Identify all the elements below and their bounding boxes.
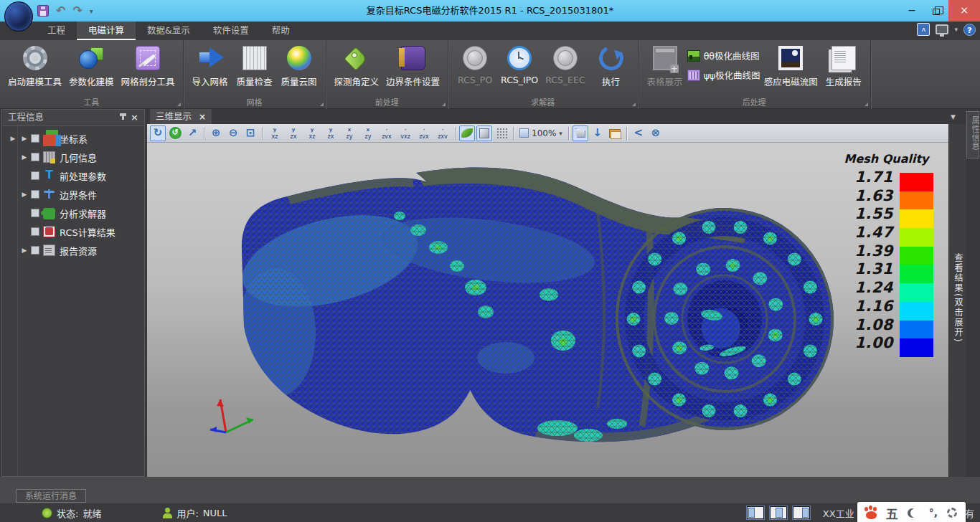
pan-view-button[interactable]: ↗ — [184, 125, 200, 141]
ribbon-button-质量云图[interactable]: 质量云图 — [277, 43, 321, 90]
layout-center-icon[interactable] — [770, 506, 787, 519]
tree-item-前处理参数[interactable]: T前处理参数 — [2, 166, 144, 185]
tree-item-label: 前处理参数 — [60, 169, 106, 183]
view-orientation-button-zvx[interactable]: ·zvx — [415, 125, 433, 141]
tree-item-checkbox[interactable] — [31, 246, 39, 255]
expander-icon[interactable]: ▶ — [19, 247, 29, 254]
tree-item-边界条件[interactable]: ▶边界条件 — [2, 185, 144, 204]
menu-tab-帮助[interactable]: 帮助 — [260, 22, 301, 40]
layout-left-icon[interactable] — [747, 506, 764, 519]
viewport-canvas[interactable]: Mesh Quality 1.711.631.551.471.391.311.2… — [147, 143, 948, 492]
tree-item-checkbox[interactable] — [31, 190, 39, 199]
expander-icon[interactable]: ▶ — [19, 135, 29, 142]
ribbon-button-RCS_IPO[interactable]: RCS_IPO — [497, 43, 542, 87]
close-button[interactable]: × — [948, 0, 980, 22]
legend-value: 1.39 — [814, 242, 893, 261]
view-orientation-button-zvx[interactable]: ·zvx — [378, 125, 395, 141]
tab-close-icon[interactable]: × — [199, 110, 206, 124]
zoom-level-control[interactable]: 100%▾ — [519, 128, 562, 138]
rotate-view-button[interactable]: ↻ — [150, 125, 166, 141]
pin-icon[interactable] — [122, 113, 124, 120]
shaded-view-button[interactable] — [459, 125, 475, 141]
ribbon-button-质量检查[interactable]: 质量检查 — [232, 43, 277, 90]
tab-list-caret-icon[interactable]: ▼ — [951, 113, 956, 120]
ribbon-button-执行[interactable]: 执行 — [589, 43, 633, 90]
ribbon-button-参数化建模[interactable]: 参数化建模 — [65, 43, 118, 90]
tab-system-messages[interactable]: 系统运行消息 — [16, 489, 86, 503]
menu-tab-软件设置[interactable]: 软件设置 — [202, 22, 260, 40]
close-overlay-button[interactable]: ⊗ — [648, 125, 664, 141]
tab-3d-view[interactable]: 三维显示 × — [150, 109, 212, 124]
layout-right-icon[interactable] — [793, 506, 810, 519]
view-orientation-button-zy[interactable]: xzy — [359, 125, 377, 141]
ribbon-button-感应电磁流图[interactable]: 感应电磁流图 — [760, 43, 821, 90]
menu-tab-工程[interactable]: 工程 — [36, 22, 77, 40]
ribbon-button-探测角定义[interactable]: 探测角定义 — [331, 43, 383, 90]
expander-icon[interactable]: ▶ — [19, 191, 29, 198]
ribbon-button-导入网格[interactable]: 导入网格 — [188, 43, 232, 90]
gutter-expander-icon[interactable]: ▶ — [6, 135, 19, 142]
view-orientation-button-xz[interactable]: yxz — [303, 125, 321, 141]
display-style-icon[interactable] — [936, 24, 948, 34]
tree-item-checkbox[interactable] — [31, 209, 39, 217]
ribbon-button-边界条件设置[interactable]: 边界条件设置 — [382, 43, 443, 90]
refresh-view-button[interactable]: ↺ — [167, 125, 183, 141]
collapse-ribbon-icon[interactable]: ʌ — [917, 23, 930, 36]
view-orientation-button-zxv[interactable]: ·zxv — [434, 125, 451, 141]
ime-gear-icon[interactable] — [947, 508, 957, 518]
menu-tab-电磁计算[interactable]: 电磁计算 — [77, 22, 136, 40]
app-logo[interactable] — [4, 1, 33, 32]
help-icon[interactable]: ? — [963, 24, 976, 36]
group-expand-corner-icon[interactable] — [632, 103, 636, 106]
menu-tab-数据&显示[interactable]: 数据&显示 — [136, 22, 202, 40]
wireframe-view-button[interactable] — [476, 125, 492, 141]
legend-value: 1.55 — [814, 205, 893, 224]
tree-item-几何信息[interactable]: ▶几何信息 — [2, 148, 144, 166]
tree-item-分析求解器[interactable]: 分析求解器 — [2, 204, 144, 222]
tree-item-checkbox[interactable] — [31, 134, 39, 143]
group-expand-corner-icon[interactable] — [177, 103, 181, 106]
tab-properties[interactable]: 属性信息 — [966, 111, 979, 158]
group-expand-corner-icon[interactable] — [320, 103, 324, 106]
view-orientation-button-xz[interactable]: yxz — [266, 125, 283, 141]
expander-icon[interactable]: ▶ — [19, 153, 29, 161]
ribbon-button-启动建模工具[interactable]: 启动建模工具 — [4, 43, 65, 90]
ribbon-button-ψψ极化曲线图[interactable]: ψψ极化曲线图 — [687, 68, 760, 82]
result-strip[interactable]: 查看结果(双击展开) — [948, 124, 966, 492]
tree-item-报告资源[interactable]: ▶报告资源 — [2, 241, 144, 260]
ime-paw-icon[interactable] — [866, 511, 877, 519]
zoom-in-button[interactable]: ⊕ — [208, 125, 224, 141]
view-orientation-button-vxz[interactable]: ·vxz — [397, 125, 414, 141]
snapshot-folder-button[interactable] — [607, 125, 623, 141]
view-up-axis: · — [397, 127, 414, 133]
zoom-out-button[interactable]: ⊖ — [225, 125, 241, 141]
ime-mode-label[interactable]: 五 — [886, 504, 898, 522]
group-expand-corner-icon[interactable] — [864, 103, 868, 106]
status-value: 就绪 — [83, 506, 101, 520]
restore-button[interactable] — [924, 0, 948, 22]
group-expand-corner-icon[interactable] — [442, 103, 446, 106]
arrow-down-button[interactable]: ↓ — [590, 125, 606, 141]
minimize-button[interactable]: − — [900, 0, 924, 22]
tree-item-checkbox[interactable] — [31, 153, 39, 161]
tree-item-RCS计算结果[interactable]: RCS计算结果 — [2, 222, 144, 241]
share-view-button[interactable]: < — [631, 125, 646, 141]
zoom-window-button[interactable]: ⊡ — [242, 125, 258, 141]
view-orientation-button-zx[interactable]: yzx — [322, 125, 339, 141]
tree-item-坐标系[interactable]: ▶▶坐标系 — [2, 129, 144, 148]
ribbon-button-θθ极化曲线图[interactable]: θθ极化曲线图 — [687, 49, 760, 62]
view-orientation-button-zy[interactable]: xzy — [341, 125, 358, 141]
clip-plane-button[interactable] — [573, 125, 588, 141]
display-style-caret-icon[interactable]: ▾ — [954, 26, 958, 33]
mesh-grid-view-button[interactable] — [494, 125, 509, 141]
ribbon-button-网格剖分工具[interactable]: 网格剖分工具 — [118, 43, 179, 90]
ribbon-button-生成报告[interactable]: 生成报告 — [821, 43, 866, 90]
solver-eec-icon — [553, 46, 578, 70]
ime-moon-icon[interactable] — [910, 508, 920, 518]
ime-punct-icon[interactable]: °, — [929, 507, 938, 518]
project-panel-close-icon[interactable]: × — [131, 110, 138, 125]
view-orientation-button-zx[interactable]: yzx — [285, 125, 302, 141]
tree-item-checkbox[interactable] — [31, 227, 39, 236]
tree-item-checkbox[interactable] — [31, 171, 39, 180]
project-panel-header: 工程信息 × — [2, 110, 144, 126]
